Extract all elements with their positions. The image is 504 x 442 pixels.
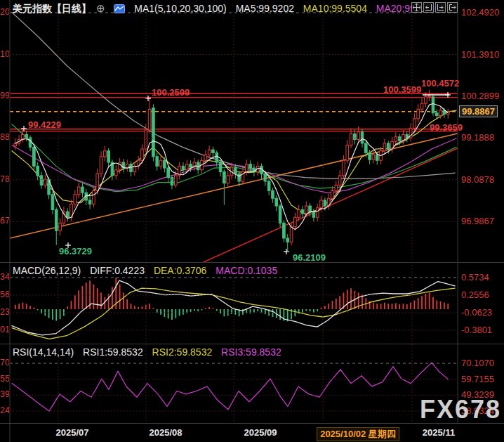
y-axis-partial-label: 99 bbox=[0, 91, 9, 100]
chart-canvas[interactable] bbox=[0, 0, 504, 442]
last-price-tag: 99.8867 bbox=[459, 105, 498, 117]
price-annotation: 100.3599 bbox=[383, 84, 421, 95]
x-axis-label: 2025/09 bbox=[244, 427, 277, 438]
y-axis-partial-label: 24 bbox=[0, 405, 9, 415]
price-annotation: 99.4229 bbox=[28, 119, 61, 130]
ma10-value: MA10:99.5504 bbox=[303, 3, 367, 14]
y-axis-partial-label: 20 bbox=[0, 7, 9, 17]
x-axis-label: 2025/07 bbox=[56, 427, 89, 438]
price-annotation: 96.2109 bbox=[293, 252, 326, 263]
macd-pane-header: MACD(26,12,9) DIFF:0.4223 DEA:0.3706 MAC… bbox=[13, 265, 284, 276]
price-annotation: 96.3729 bbox=[59, 246, 92, 256]
rsi-pane-header: RSI(14,14,14) RSI1:59.8532 RSI2:59.8532 … bbox=[13, 346, 288, 358]
fit-chart-left-icon[interactable] bbox=[423, 2, 434, 13]
y-axis-partial-label: 39 bbox=[0, 389, 9, 399]
symbol-title: 美元指数【日线】 bbox=[13, 3, 91, 14]
macd-title[interactable]: MACD(26,12,9) bbox=[13, 265, 81, 276]
price-annotation: 100.4572 bbox=[421, 78, 459, 89]
y-axis-label: 96.9867 bbox=[461, 216, 494, 226]
rsi3-value: RSI3:59.8532 bbox=[221, 346, 281, 358]
y-axis-label: 101.3910 bbox=[461, 49, 499, 60]
macd-dea-value: DEA:0.3706 bbox=[154, 265, 207, 276]
chart-toolbar bbox=[411, 2, 458, 13]
y-axis-label: 0.2556 bbox=[461, 290, 489, 300]
y-axis-label: -0.0623 bbox=[461, 307, 492, 318]
y-axis-label: 98.0878 bbox=[461, 174, 494, 185]
rsi2-value: RSI2:59.8532 bbox=[152, 346, 213, 358]
y-axis-label: 0.5734 bbox=[461, 272, 489, 282]
main-pane-header: 美元指数【日线】 ⊕ MA1(5,10,20,30,100) MA5:99.92… bbox=[13, 2, 446, 15]
ma-settings-label[interactable]: MA1(5,10,20,30,100) bbox=[134, 3, 227, 14]
price-annotation: 99.3659 bbox=[430, 122, 463, 133]
y-axis-partial-label: 34 bbox=[0, 272, 9, 282]
watermark: FX678 bbox=[420, 395, 501, 424]
exit-chart-icon[interactable] bbox=[447, 2, 458, 13]
crosshair-pan-icon[interactable] bbox=[411, 2, 422, 13]
expand-icon[interactable]: ⊕ bbox=[96, 2, 105, 14]
y-axis-label: 99.1888 bbox=[461, 132, 494, 143]
y-axis-label: -0.3801 bbox=[461, 325, 492, 335]
rsi-title[interactable]: RSI(14,14,14) bbox=[13, 346, 74, 358]
chart-style-icon[interactable] bbox=[114, 4, 125, 15]
y-axis-partial-label: 88 bbox=[0, 132, 9, 142]
rsi1-value: RSI1:59.8532 bbox=[83, 346, 143, 358]
y-axis-partial-label: 01 bbox=[0, 325, 9, 334]
y-axis-label: 102.4920 bbox=[461, 7, 499, 18]
y-axis-partial-label: 67 bbox=[0, 216, 9, 226]
x-axis-label: 2025/11 bbox=[423, 427, 455, 438]
x-axis-label: 2025/08 bbox=[150, 427, 183, 438]
y-axis-partial-label: 10 bbox=[0, 49, 9, 59]
y-axis-label: 59.7155 bbox=[461, 374, 494, 384]
y-axis-partial-label: 23 bbox=[0, 307, 9, 317]
y-axis-label: 70.1070 bbox=[461, 358, 494, 368]
y-axis-partial-label: 55 bbox=[0, 374, 9, 384]
macd-diff-value: DIFF:0.4223 bbox=[90, 265, 145, 276]
price-annotation: 100.2599 bbox=[152, 87, 190, 98]
y-axis-label: 100.2899 bbox=[461, 91, 499, 101]
y-axis-partial-label: 56 bbox=[0, 290, 9, 299]
y-axis-partial-label: 70 bbox=[0, 358, 9, 368]
x-axis-date-highlight: 2025/10/02 星期四 bbox=[317, 427, 399, 441]
y-axis-partial-label: 78 bbox=[0, 174, 9, 184]
fit-chart-right-icon[interactable] bbox=[435, 2, 446, 13]
chart-app: 美元指数【日线】 ⊕ MA1(5,10,20,30,100) MA5:99.92… bbox=[0, 0, 504, 442]
macd-macd-value: MACD:0.1035 bbox=[215, 265, 277, 276]
ma5-value: MA5:99.9202 bbox=[236, 3, 294, 14]
